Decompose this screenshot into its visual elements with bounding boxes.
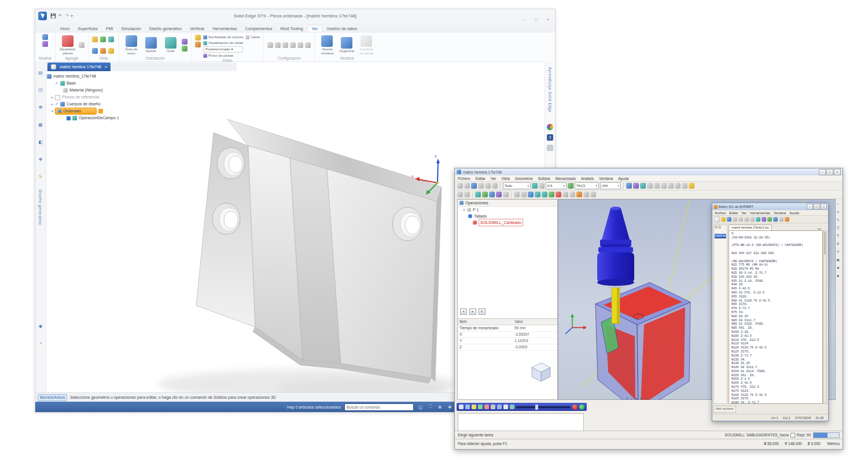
tree-refresh-button[interactable]: ↻ [479,308,486,315]
checkbox-filled-icon[interactable] [67,116,71,120]
cam-contour-icon[interactable] [489,192,495,197]
dock-text-icon[interactable]: A [837,210,839,214]
selection-icon[interactable]: ❖ [37,156,44,163]
cam-menu-item[interactable]: Vista [501,177,509,181]
nc-new-icon[interactable] [714,216,720,222]
cam-tool-icon[interactable] [568,183,573,189]
organize-button[interactable]: Organizar [338,37,355,53]
cam-undo-icon[interactable] [457,192,463,197]
tab-simulacion[interactable]: Simulación [117,25,145,32]
cam-tree-item-1[interactable]: ▸ P 1 [458,207,557,213]
sim-back-icon[interactable] [465,405,470,409]
cam-collision-icon[interactable] [576,192,582,197]
nc-menu-item[interactable]: Herramientas [750,211,770,215]
pathfinder-icon[interactable]: ◳ [37,87,44,94]
shaded-view-icon[interactable] [195,35,201,41]
dock-list-icon[interactable]: ☰ [836,226,839,230]
cam-menu-item[interactable]: Fichero [458,177,470,181]
dock-search-icon[interactable]: ⌕ [837,202,838,206]
tools-icon[interactable]: ◆ [37,323,44,330]
cam-face-icon[interactable] [475,192,481,197]
nc-open-files-tab[interactable]: Abrir archivos [713,406,736,413]
cam-print-icon[interactable] [478,183,484,189]
library-icon[interactable]: ▤ [37,69,44,76]
cam-view1-icon[interactable] [654,183,660,189]
nc-stats-icon[interactable] [785,217,789,222]
repl-checkbox[interactable] [790,433,795,438]
nc-close-button[interactable]: × [821,204,827,210]
dock-grid-icon[interactable]: ▣ [836,258,840,262]
cam-view2-icon[interactable] [661,183,667,189]
config-icon-5[interactable] [297,42,303,48]
cam-menu-item[interactable]: Geometría [515,177,533,181]
nc-minimize-button[interactable]: – [807,204,813,210]
sim-slider-thumb[interactable] [535,405,538,410]
pathfinder-item-cuerpos[interactable]: ▸ ✓ Cuerpos de diseño [47,101,193,108]
cam-rotcw-icon[interactable] [535,192,540,197]
prop-row[interactable]: Z-0.0009 [458,344,557,351]
view-bottom-icon[interactable] [108,48,114,54]
dock-para-icon[interactable]: ¶ [837,234,838,237]
cam-menu-item[interactable]: Ver [491,177,496,181]
cam-menu-item[interactable]: Ventana [599,177,613,181]
cam-select-icon[interactable] [532,183,538,189]
config-icon-1[interactable] [267,42,273,48]
nc-menu-item[interactable]: Archivo [715,211,726,215]
new-window-button[interactable]: Nueva ventana [318,35,336,55]
nc-paste-icon[interactable] [750,217,755,222]
pathfinder-item-ordenado[interactable]: ▾ Ordenado [47,108,193,115]
collapse-icon[interactable]: ▾ [52,108,53,115]
cam-menu-item[interactable]: Mecanizado [556,177,576,181]
tab-verificar[interactable]: Verificar [186,25,208,32]
nc-cut-icon[interactable] [738,217,743,222]
cam-stock-icon[interactable] [647,183,653,189]
view-right-icon[interactable] [92,48,98,54]
nc-compare-icon[interactable] [762,217,766,222]
cam-play-icon[interactable] [549,192,554,197]
dock-close-icon[interactable]: ✖ [836,274,839,278]
document-tab[interactable]: matriz hembra 17te748 × [47,63,111,71]
doc-tab-close-icon[interactable]: × [105,63,107,71]
config-icon-3[interactable] [282,42,288,48]
cam-step-icon[interactable] [562,192,568,197]
nc-open-icon[interactable] [721,217,726,222]
nc-menu-item[interactable]: Ayuda [789,211,799,215]
sim-rewind-icon[interactable] [459,405,464,409]
cam-view3-icon[interactable] [668,183,674,189]
config-icon-4[interactable] [290,42,296,48]
cam-grid-icon[interactable] [583,192,589,197]
tab-pmi[interactable]: PMI [102,25,117,32]
prop-row[interactable]: Tiempo de mecanizado59 min [458,325,557,332]
pathfinder-item-operacion[interactable]: OperaciónDeCampo 1 [47,115,193,122]
checkbox-empty-icon[interactable] [55,95,60,100]
sim-play-icon[interactable] [478,405,483,409]
social-icon[interactable] [547,145,553,151]
metal-part[interactable] [196,119,442,383]
dock-plus-icon[interactable]: ✚ [836,266,839,270]
tool-combo[interactable]: TAC3▾ [575,182,599,189]
nc-menu-item[interactable]: Editar [729,211,738,215]
nc-maximize-button[interactable]: □ [814,204,820,210]
nc-save-icon[interactable] [727,217,731,222]
facebook-icon[interactable]: f [547,134,553,141]
cam-menu-item[interactable]: Análisis [581,177,594,181]
cam-menu-item[interactable]: Ayuda [618,177,628,181]
style-check-colors[interactable]: Sombreado de colores [203,35,243,40]
spin-icon[interactable] [182,46,187,52]
nc-code-editor[interactable]: %(04/09/2018 12:28:35)(PTO-BN-14-0 (NO-H… [729,230,823,404]
faces-check[interactable]: Caras [245,35,260,40]
prop-row[interactable]: Y1.14203 [458,338,557,344]
cam-drill-icon[interactable] [496,192,502,197]
command-search-input[interactable] [344,403,414,411]
switch-windows-button[interactable]: Cambiar ventanas [358,35,375,55]
cam-menu-item[interactable]: Sólidos [538,177,550,181]
cam-measure-icon[interactable] [539,183,545,189]
nc-renumber-icon[interactable] [773,217,778,222]
sim-loop-icon[interactable] [510,405,514,409]
expand-icon[interactable]: ▸ [52,101,53,108]
view-style-icon[interactable]: ◫ [417,405,424,410]
nc-panel-pin-icon[interactable] [715,226,718,229]
cam-cut-icon[interactable] [485,183,491,189]
cam-redo-icon[interactable] [464,192,470,197]
cam-minimize-button[interactable]: – [819,169,826,175]
